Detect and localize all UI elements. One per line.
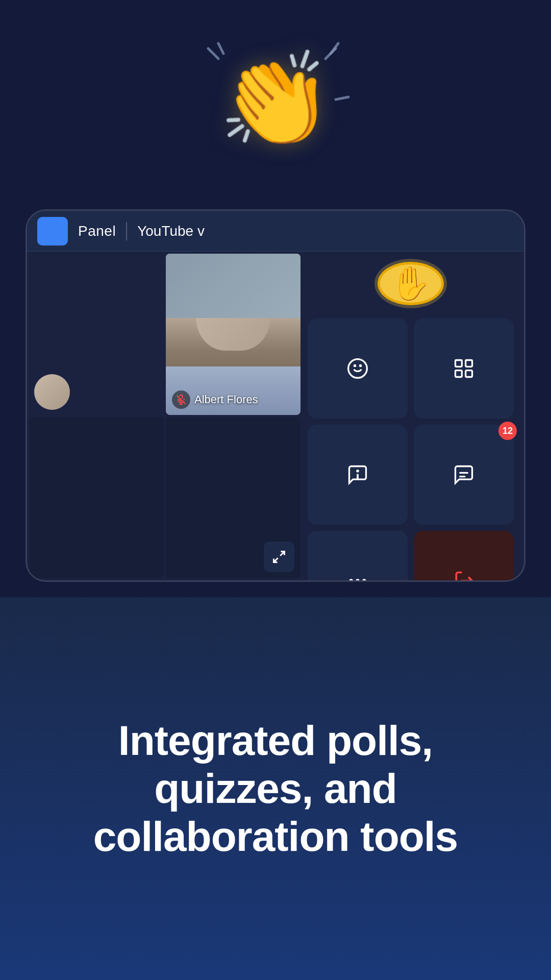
svg-point-23 <box>362 579 366 580</box>
video-cell-albert: Albert Flores <box>166 254 300 415</box>
mic-off-albert <box>172 390 190 409</box>
tab-divider <box>126 222 127 240</box>
top-section: 👏 <box>0 0 551 199</box>
svg-point-22 <box>356 579 359 580</box>
right-panel: ✋ <box>303 252 524 580</box>
grid-view-button[interactable] <box>414 318 514 419</box>
video-cell-bottomleft <box>29 417 164 578</box>
expand-button[interactable] <box>264 542 294 572</box>
tab-blue-box <box>37 217 68 246</box>
raise-hand-button[interactable]: ✋ <box>378 262 444 305</box>
bottom-section: Integrated polls, quizzes, and collabora… <box>0 597 551 980</box>
more-button[interactable] <box>308 531 408 580</box>
emoji-reaction-button[interactable] <box>308 318 408 419</box>
svg-line-0 <box>208 48 218 59</box>
tab-bar: Panel YouTube v <box>27 211 524 252</box>
middle-section: Panel YouTube v <box>0 199 551 597</box>
albert-name: Albert Flores <box>194 393 258 406</box>
avatar-topleft <box>34 374 70 410</box>
page: 👏 Panel YouTube v <box>0 0 551 980</box>
raise-hand-icon: ✋ <box>390 264 431 303</box>
clap-emoji: 👏 <box>218 54 333 145</box>
action-grid: 12 <box>308 318 514 580</box>
svg-rect-15 <box>456 371 462 377</box>
bottom-headline: Integrated polls, quizzes, and collabora… <box>41 717 510 861</box>
name-tag-albert: Albert Flores <box>172 390 258 409</box>
panel-tab[interactable]: Panel <box>78 223 116 239</box>
svg-line-4 <box>336 97 348 100</box>
video-cell-bottomright <box>166 417 300 578</box>
main-content: Albert Flores <box>27 252 524 580</box>
svg-rect-16 <box>466 371 472 377</box>
youtube-tab[interactable]: YouTube v <box>137 223 205 239</box>
chat-button[interactable]: 12 <box>414 425 514 525</box>
video-grid: Albert Flores <box>27 252 303 580</box>
svg-point-21 <box>349 579 353 580</box>
svg-rect-13 <box>456 360 462 367</box>
chat-badge: 12 <box>498 422 517 440</box>
svg-point-10 <box>348 359 367 378</box>
qa-button[interactable] <box>308 425 408 525</box>
leave-button[interactable] <box>414 531 514 580</box>
video-cell-topleft <box>29 254 164 415</box>
svg-rect-14 <box>466 360 472 367</box>
tablet-frame: Panel YouTube v <box>26 209 525 582</box>
